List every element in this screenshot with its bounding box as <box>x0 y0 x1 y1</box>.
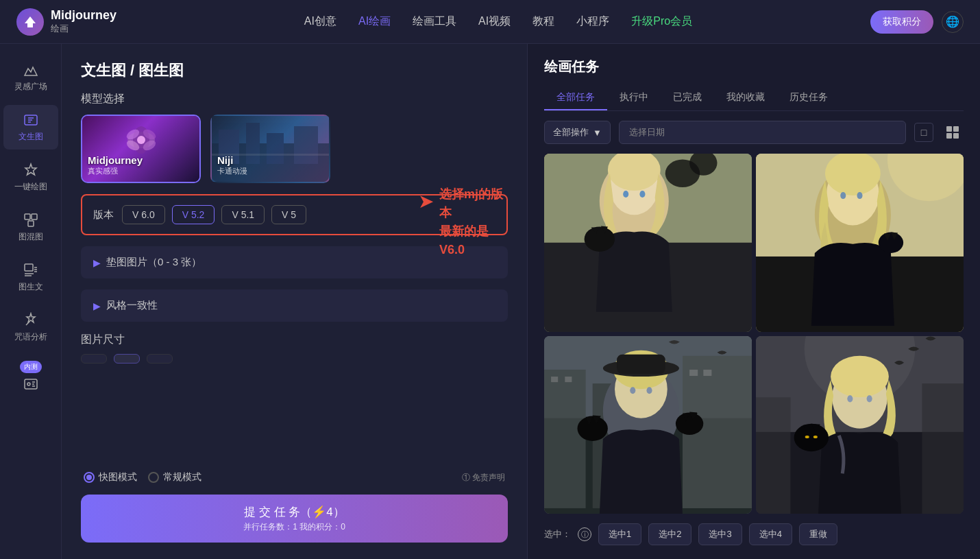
sidebar-item-linggan[interactable]: 灵感广场 <box>3 55 58 99</box>
size-btn-2[interactable] <box>114 354 140 364</box>
nav-huihua-gongju[interactable]: 绘画工具 <box>413 14 456 29</box>
sidebar-item-yijianhui[interactable]: 一键绘图 <box>3 155 58 200</box>
logo-text: Midjourney 绘画 <box>51 8 117 36</box>
nav-ai-shipin[interactable]: AI视频 <box>478 14 511 29</box>
info-icon[interactable]: ⓘ <box>578 527 591 541</box>
grid-view-icon[interactable] <box>942 121 964 143</box>
model-desc-mj: 真实感强 <box>88 166 143 176</box>
svg-point-78 <box>794 423 829 451</box>
size-btn-1[interactable] <box>81 354 107 364</box>
select2-button[interactable]: 选中2 <box>648 523 691 545</box>
svg-point-31 <box>623 191 628 198</box>
style-header: ▶ 风格一致性 <box>93 299 495 312</box>
sidebar-item-wenshengtu[interactable]: 文生图 <box>3 105 58 150</box>
nav-jiaocheng[interactable]: 教程 <box>532 14 554 29</box>
normal-mode-label: 常规模式 <box>163 471 201 484</box>
size-btn-3[interactable] <box>147 354 173 364</box>
version-v60[interactable]: V 6.0 <box>122 205 165 224</box>
base-image-section[interactable]: ▶ 垫图图片（0 - 3 张） <box>81 246 508 278</box>
svg-rect-20 <box>946 126 952 132</box>
version-v5[interactable]: V 5 <box>271 205 306 224</box>
sidebar-label-yijianhui: 一键绘图 <box>14 181 47 193</box>
logo-area: Midjourney 绘画 <box>16 8 126 36</box>
sidebar: 灵感广场 文生图 一键绘图 图混图 <box>0 44 62 559</box>
submit-button[interactable]: 提 交 任 务（⚡4） 并行任务数：1 我的积分：0 <box>81 495 508 543</box>
svg-rect-17 <box>267 133 284 164</box>
tab-history[interactable]: 历史任务 <box>777 86 840 110</box>
size-options <box>81 354 508 364</box>
nav-ai-chuangyi[interactable]: AI创意 <box>304 14 336 29</box>
sidebar-beta-section: 内测 <box>20 361 42 392</box>
calendar-icon[interactable]: □ <box>914 123 933 142</box>
svg-rect-5 <box>25 379 37 389</box>
select4-button[interactable]: 选中4 <box>749 523 792 545</box>
model-name-mj: Midjourney <box>88 154 143 166</box>
select3-button[interactable]: 选中3 <box>698 523 742 545</box>
size-section: 图片尺寸 <box>81 333 508 364</box>
beta-badge: 内测 <box>20 361 42 373</box>
tab-executing[interactable]: 执行中 <box>607 86 661 110</box>
svg-point-42 <box>840 192 846 199</box>
fast-mode-option[interactable]: 快图模式 <box>84 471 137 484</box>
image-cell-4[interactable] <box>756 336 964 514</box>
svg-rect-4 <box>25 264 33 271</box>
normal-mode-radio <box>148 472 159 483</box>
chevron-right-icon-2: ▶ <box>93 300 101 311</box>
mode-radio-group: 快图模式 常规模式 <box>84 471 201 484</box>
task-tabs: 全部任务 执行中 已完成 我的收藏 历史任务 <box>544 86 964 111</box>
nav-pro-member[interactable]: 升级Pro会员 <box>631 14 692 29</box>
redo-button[interactable]: 重做 <box>799 523 837 545</box>
chevron-right-icon: ▶ <box>93 257 101 268</box>
model-card-midjourney[interactable]: Midjourney 真实感强 <box>81 115 201 183</box>
style-section[interactable]: ▶ 风格一致性 <box>81 289 508 322</box>
submit-btn-main: 提 交 任 务（⚡4） <box>90 504 498 520</box>
operation-filter[interactable]: 全部操作 ▼ <box>544 121 611 144</box>
svg-point-13 <box>137 136 145 144</box>
select-label: 选中： <box>544 528 571 540</box>
sidebar-item-tuhuntu[interactable]: 图混图 <box>3 205 58 250</box>
model-card-mj-overlay: Midjourney 真实感强 <box>88 154 143 176</box>
version-selector: 版本 V 6.0 V 5.2 V 5.1 V 5 ➤ 选择mj的版本 最新的是V… <box>81 194 508 235</box>
svg-point-6 <box>27 383 30 385</box>
version-v52[interactable]: V 5.2 <box>172 205 215 224</box>
submit-btn-sub: 并行任务数：1 我的积分：0 <box>90 521 498 533</box>
version-v51[interactable]: V 5.1 <box>221 205 265 224</box>
normal-mode-option[interactable]: 常规模式 <box>148 471 201 484</box>
arrow-icon: ➤ <box>418 192 434 211</box>
disclaimer-text[interactable]: ① 免责声明 <box>462 472 505 484</box>
sidebar-item-tushengwen[interactable]: 图生文 <box>3 255 58 300</box>
svg-rect-73 <box>922 383 964 514</box>
one-click-icon <box>23 162 39 178</box>
model-card-niji[interactable]: Niji 卡通动漫 <box>210 115 330 183</box>
model-desc-niji: 卡通动漫 <box>217 166 247 176</box>
image-cell-1[interactable] <box>544 154 752 332</box>
text-to-image-icon <box>23 112 39 128</box>
date-picker[interactable]: 选择日期 <box>619 121 906 144</box>
svg-point-62 <box>646 387 652 394</box>
image-cell-2[interactable] <box>756 154 964 332</box>
svg-point-33 <box>585 227 615 252</box>
nav-ai-huihua[interactable]: AI绘画 <box>358 14 391 29</box>
svg-rect-16 <box>246 123 260 164</box>
get-points-button[interactable]: 获取积分 <box>870 10 933 34</box>
tab-favorites[interactable]: 我的收藏 <box>714 86 777 110</box>
tab-completed[interactable]: 已完成 <box>661 86 714 110</box>
right-panel: 绘画任务 全部任务 执行中 已完成 我的收藏 历史任务 全部操作 ▼ 选择日期 … <box>528 44 980 559</box>
svg-rect-52 <box>551 377 558 382</box>
tab-all-tasks[interactable]: 全部任务 <box>544 86 607 110</box>
model-selection-section: 模型选择 <box>81 92 508 183</box>
language-icon[interactable]: 🌐 <box>942 11 964 33</box>
sidebar-label-tuhuntu: 图混图 <box>19 231 43 243</box>
fast-mode-label: 快图模式 <box>99 471 137 484</box>
image-cell-3[interactable] <box>544 336 752 514</box>
sidebar-item-zhuyufenxi[interactable]: 咒语分析 <box>3 305 58 350</box>
svg-rect-23 <box>953 133 959 139</box>
logo-icon <box>16 8 44 36</box>
select1-button[interactable]: 选中1 <box>598 523 641 545</box>
sidebar-item-beta[interactable] <box>20 376 42 392</box>
dropdown-arrow-icon: ▼ <box>593 128 602 138</box>
operation-label: 全部操作 <box>553 126 589 139</box>
main-layout: 灵感广场 文生图 一键绘图 图混图 <box>0 44 980 559</box>
nav-right: 获取积分 🌐 <box>870 10 964 34</box>
nav-xiaochengxu[interactable]: 小程序 <box>576 14 609 29</box>
